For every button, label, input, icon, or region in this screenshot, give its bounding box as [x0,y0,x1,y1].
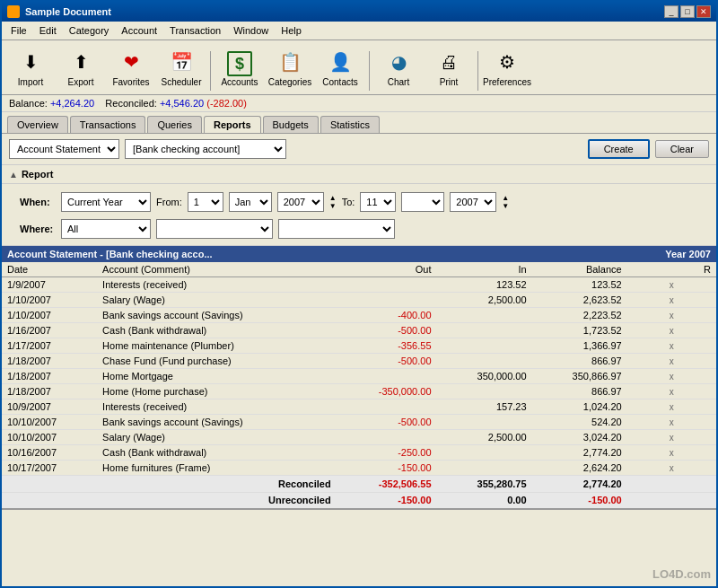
cell-account: Home (Home purchase) [97,384,337,399]
tab-overview[interactable]: Overview [7,116,68,133]
cell-r: x [627,369,716,384]
from-year-select[interactable]: 2007 [277,192,324,212]
from-month-select[interactable]: JanFebMarApr MayJunJulAug SepOctNovDec [229,192,272,212]
cell-balance: 2,623.52 [532,293,627,308]
from-year-down[interactable]: ▼ [329,202,337,210]
col-balance: Balance [532,262,627,277]
accounts-button[interactable]: $ Accounts [216,48,263,91]
menu-help[interactable]: Help [276,23,307,38]
from-day-select[interactable]: 1 [188,192,223,212]
create-button[interactable]: Create [588,139,650,159]
cell-out: -150.00 [337,461,437,476]
menu-file[interactable]: File [5,23,32,38]
cell-in: 157.23 [437,399,532,415]
cell-r: x [627,415,716,430]
table-title: Account Statement - [Bank checking acco.… [2,246,627,262]
table-row[interactable]: 1/18/2007 Home Mortgage 350,000.00 350,8… [2,369,716,384]
tab-transactions[interactable]: Transactions [70,116,146,133]
cell-balance: 1,723.52 [532,323,627,338]
to-month-select[interactable]: JanFebMarApr MayJunJulAug SepOctNov sele… [401,192,444,212]
favorites-label: Favorites [112,77,149,87]
table-row[interactable]: 1/18/2007 Chase Fund (Fund purchase) -50… [2,354,716,369]
table-row[interactable]: 1/10/2007 Bank savings account (Savings)… [2,308,716,323]
where-row: Where: All Specific [2,216,716,241]
where-detail-select[interactable] [278,219,395,239]
when-select[interactable]: Current Year Last Year All [61,192,151,212]
where-select[interactable]: All Specific [61,219,151,239]
table-container[interactable]: Account Statement - [Bank checking acco.… [2,246,716,586]
cell-date: 1/16/2007 [2,323,97,338]
table-row[interactable]: 1/17/2007 Home maintenance (Plumber) -35… [2,338,716,354]
print-label: Print [440,77,459,87]
maximize-button[interactable]: □ [680,5,695,18]
cell-balance: 866.97 [532,384,627,399]
menu-transaction[interactable]: Transaction [164,23,226,38]
table-row[interactable]: 10/17/2007 Home furnitures (Frame) -150.… [2,461,716,476]
menu-window[interactable]: Window [228,23,274,38]
tab-budgets[interactable]: Budgets [263,116,319,133]
cell-date: 10/16/2007 [2,445,97,461]
tabs-row: Overview Transactions Queries Reports Bu… [2,112,716,133]
cell-account: Interests (received) [97,277,337,293]
table-row[interactable]: 10/10/2007 Bank savings account (Savings… [2,415,716,430]
chart-icon: ◕ [384,48,413,76]
cell-r: x [627,308,716,323]
menu-edit[interactable]: Edit [34,23,62,38]
import-button[interactable]: ⬇ Import [7,44,54,91]
table-year: Year 2007 [627,246,716,262]
cell-balance: 2,774.20 [532,445,627,461]
print-button[interactable]: 🖨 Print [425,44,472,91]
table-row[interactable]: 1/16/2007 Cash (Bank withdrawal) -500.00… [2,323,716,338]
cell-out: -250.00 [337,445,437,461]
to-year-select[interactable]: 2007 [450,192,496,212]
table-row[interactable]: 1/18/2007 Home (Home purchase) -350,000.… [2,384,716,399]
to-label: To: [342,197,355,207]
cell-r: x [627,430,716,445]
table-row[interactable]: 10/10/2007 Salary (Wage) 2,500.00 3,024.… [2,430,716,445]
from-year-up[interactable]: ▲ [329,194,337,202]
cell-r: x [627,399,716,415]
account-select[interactable]: [Bank checking account] [All Accounts] [125,139,286,159]
main-window: Sample Document _ □ ✕ File Edit Category… [0,0,718,588]
menu-account[interactable]: Account [116,23,162,38]
report-type-select[interactable]: Account Statement Income/Expense Net Wor… [9,139,119,159]
close-button[interactable]: ✕ [696,5,711,18]
reconciled-out: -352,506.55 [337,476,437,493]
cell-out: -350,000.00 [337,384,437,399]
to-day-select[interactable]: 11 [360,192,396,212]
collapse-arrow-icon[interactable]: ▲ [9,170,18,180]
to-year-down[interactable]: ▼ [502,202,509,210]
tab-statistics[interactable]: Statistics [320,116,380,133]
scheduler-button[interactable]: 📅 Scheduler [158,44,205,91]
table-row[interactable]: 10/16/2007 Cash (Bank withdrawal) -250.0… [2,445,716,461]
tab-reports[interactable]: Reports [204,116,261,133]
report-section: ▲ Report [2,165,716,184]
table-row[interactable]: 1/10/2007 Salary (Wage) 2,500.00 2,623.5… [2,293,716,308]
favorites-button[interactable]: ❤ Favorites [108,44,154,91]
cell-account: Home furnitures (Frame) [97,461,337,476]
preferences-button[interactable]: ⚙ Preferences [484,44,530,91]
minimize-button[interactable]: _ [664,5,679,18]
table-row[interactable]: 1/9/2007 Interests (received) 123.52 123… [2,277,716,293]
where-sub-select[interactable] [156,219,273,239]
to-year-up[interactable]: ▲ [502,194,509,202]
title-bar: Sample Document _ □ ✕ [2,2,716,22]
contacts-button[interactable]: 👤 Contacts [317,44,363,91]
categories-icon: 📋 [276,48,304,76]
cell-r: x [627,323,716,338]
export-button[interactable]: ⬆ Export [57,44,104,91]
reconciled-diff: (-282.00) [206,98,247,109]
clear-button[interactable]: Clear [655,140,709,158]
filter-row: Account Statement Income/Expense Net Wor… [2,134,716,165]
categories-button[interactable]: 📋 Categories [267,44,313,91]
unreconciled-in: 0.00 [437,493,532,510]
menu-category[interactable]: Category [64,23,115,38]
tab-queries[interactable]: Queries [147,116,202,133]
cell-balance: 3,024.20 [532,430,627,445]
print-icon: 🖨 [434,48,463,76]
menu-bar: File Edit Category Account Transaction W… [2,22,716,40]
col-out: Out [337,262,437,277]
title-bar-title: Sample Document [7,5,111,18]
table-row[interactable]: 10/9/2007 Interests (received) 157.23 1,… [2,399,716,415]
chart-button[interactable]: ◕ Chart [375,44,422,91]
